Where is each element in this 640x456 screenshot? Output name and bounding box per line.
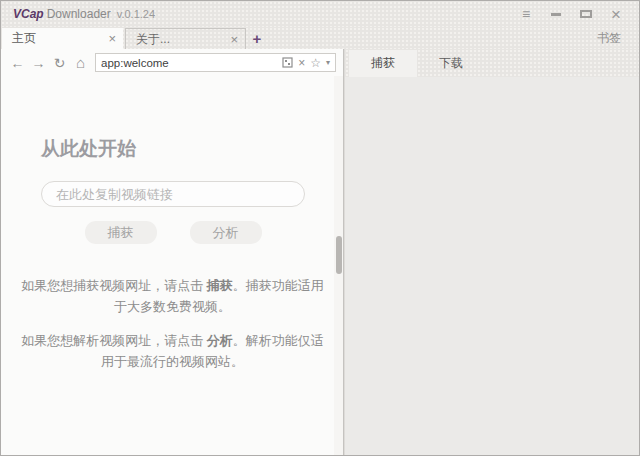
url-input[interactable]: [101, 57, 277, 69]
address-bar: × ☆ ▾: [95, 53, 336, 72]
window-controls: ≡ ×: [511, 3, 631, 25]
menu-button[interactable]: ≡: [511, 3, 541, 25]
tab-home-close-icon[interactable]: ×: [108, 32, 116, 45]
maximize-icon: [580, 10, 592, 18]
scrollbar[interactable]: [334, 76, 343, 455]
capture-list-area: [345, 77, 639, 455]
close-button[interactable]: ×: [601, 3, 631, 25]
scrollbar-thumb[interactable]: [336, 236, 342, 274]
navigation-toolbar: ← → ↻ ⌂ × ☆ ▾: [1, 49, 343, 76]
analyze-help-keyword: 分析: [207, 333, 233, 348]
tab-about[interactable]: 关于... ×: [125, 28, 246, 49]
app-window: VCap Downloader v.0.1.24 ≡ × 主页 × 关于... …: [0, 0, 640, 456]
maximize-button[interactable]: [571, 3, 601, 25]
reload-button[interactable]: ↻: [49, 52, 70, 73]
side-panel-tabs: 捕获 下载: [345, 49, 639, 77]
capture-help-pre: 如果您想捕获视频网址，请点击: [21, 278, 207, 293]
side-panel: 捕获 下载: [344, 49, 639, 455]
tab-strip: 主页 × 关于... × + 书签: [1, 27, 639, 49]
video-link-input[interactable]: [41, 181, 305, 207]
forward-button[interactable]: →: [28, 52, 49, 73]
analyze-button[interactable]: 分析: [190, 221, 262, 244]
tab-home[interactable]: 主页 ×: [2, 28, 123, 49]
action-buttons: 捕获 分析: [41, 221, 305, 244]
close-icon: ×: [611, 6, 621, 23]
hamburger-icon: ≡: [522, 7, 530, 21]
chevron-down-icon[interactable]: ▾: [326, 59, 330, 67]
reload-icon: ↻: [54, 55, 66, 71]
tab-download[interactable]: 下载: [417, 50, 485, 77]
welcome-page: 从此处开始 捕获 分析 如果您想捕获视频网址，请点击 捕获。捕获功能适用于大多数…: [1, 76, 343, 455]
bookmarks-button[interactable]: 书签: [597, 30, 621, 47]
home-icon: ⌂: [76, 54, 85, 71]
browser-panel: ← → ↻ ⌂ × ☆ ▾ 从此处开始 捕获: [1, 49, 344, 455]
tab-home-label: 主页: [12, 30, 36, 47]
minimize-icon: [551, 13, 561, 16]
home-button[interactable]: ⌂: [70, 52, 91, 73]
titlebar: VCap Downloader v.0.1.24 ≡ ×: [1, 1, 639, 27]
app-logo: VCap: [13, 7, 44, 21]
minimize-button[interactable]: [541, 3, 571, 25]
analyze-help-pre: 如果您想解析视频网址，请点击: [21, 333, 207, 348]
tab-capture[interactable]: 捕获: [349, 50, 417, 77]
analyze-help-text: 如果您想解析视频网址，请点击 分析。解析功能仅适用于最流行的视频网站。: [21, 330, 324, 372]
capture-help-keyword: 捕获: [207, 278, 233, 293]
tab-about-close-icon[interactable]: ×: [230, 33, 238, 46]
new-tab-button[interactable]: +: [246, 28, 268, 49]
page-title: 从此处开始: [41, 136, 323, 162]
back-button[interactable]: ←: [7, 52, 28, 73]
app-name: Downloader: [47, 7, 111, 21]
capture-button[interactable]: 捕获: [85, 221, 157, 244]
clear-url-icon[interactable]: ×: [298, 57, 305, 69]
main-area: ← → ↻ ⌂ × ☆ ▾ 从此处开始 捕获: [1, 49, 639, 455]
tab-about-label: 关于...: [136, 31, 170, 48]
forward-arrow-icon: →: [32, 55, 46, 71]
page-snapshot-icon[interactable]: [282, 57, 293, 68]
bookmark-star-icon[interactable]: ☆: [310, 57, 321, 69]
app-version: v.0.1.24: [117, 8, 155, 20]
back-arrow-icon: ←: [11, 55, 25, 71]
capture-help-text: 如果您想捕获视频网址，请点击 捕获。捕获功能适用于大多数免费视频。: [21, 275, 324, 317]
